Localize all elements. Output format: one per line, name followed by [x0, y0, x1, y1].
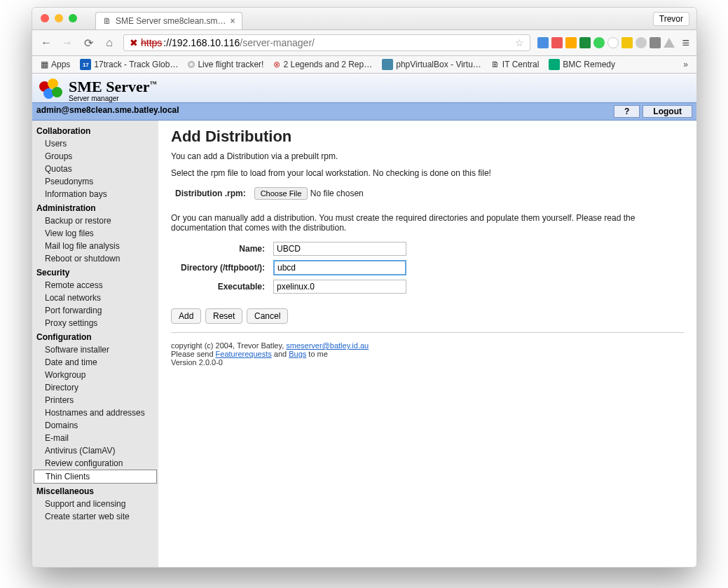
sidebar-item-create-starter-web-site[interactable]: Create starter web site: [32, 510, 158, 523]
main-panel: Add Distribution You can add a Distribut…: [158, 121, 696, 567]
help-button[interactable]: ?: [614, 105, 640, 118]
traffic-lights: [41, 14, 77, 22]
name-label: Name:: [171, 240, 269, 258]
window-titlebar: Trevor 🗎 SME Server sme8clean.sm… ×: [32, 8, 696, 30]
ext-drive-icon[interactable]: [664, 38, 675, 48]
sidebar-item-workgroup[interactable]: Workgroup: [32, 369, 158, 381]
sidebar-item-local-networks[interactable]: Local networks: [32, 292, 158, 304]
sidebar-item-information-bays[interactable]: Information bays: [32, 188, 158, 200]
reload-button[interactable]: ⟳: [81, 36, 95, 50]
browser-menu-button[interactable]: ≡: [682, 36, 689, 50]
sidebar-item-date-and-time[interactable]: Date and time: [32, 356, 158, 369]
url-scheme: https: [141, 37, 162, 48]
ext-green-icon[interactable]: [579, 37, 591, 48]
ext-dark-icon[interactable]: [650, 37, 661, 48]
sidebar-item-review-configuration[interactable]: Review configuration: [32, 457, 158, 470]
sidebar-item-pseudonyms[interactable]: Pseudonyms: [32, 175, 158, 188]
insecure-icon: ✖: [130, 37, 138, 48]
sidebar-item-groups[interactable]: Groups: [32, 150, 158, 163]
admin-bar: admin@sme8clean.sme.batley.local ? Logou…: [32, 102, 696, 121]
bookmark-phpvb[interactable]: phpVirtualBox - Virtu…: [382, 59, 481, 70]
sidebar-category: Security: [32, 265, 158, 279]
ext-yellow-icon[interactable]: [621, 37, 633, 48]
bookmark-legends[interactable]: ⊗ 2 Legends and 2 Rep…: [273, 60, 372, 69]
sidebar-item-backup-or-restore[interactable]: Backup or restore: [32, 214, 158, 227]
sidebar-item-domains[interactable]: Domains: [32, 419, 158, 432]
tab-title: SME Server sme8clean.sm…: [116, 16, 226, 26]
ext-white-icon[interactable]: [607, 37, 619, 48]
minimize-window-icon[interactable]: [55, 14, 63, 22]
ext-chat-icon[interactable]: [593, 37, 605, 48]
cancel-button[interactable]: Cancel: [247, 308, 288, 324]
reset-button[interactable]: Reset: [205, 308, 242, 324]
sidebar-item-view-log-files[interactable]: View log files: [32, 227, 158, 240]
bookmark-itcentral[interactable]: 🗎 IT Central: [491, 60, 539, 69]
url-host: ://192.168.10.116: [163, 37, 240, 48]
forward-button[interactable]: →: [60, 36, 74, 49]
intro-1: You can add a Distribution via a prebuil…: [171, 151, 684, 161]
intro-3: Or you can manually add a distribution. …: [171, 213, 684, 233]
sidebar-category: Configuration: [32, 329, 158, 343]
directory-label: Directory (/tftpboot/):: [171, 258, 269, 278]
sidebar-item-quotas[interactable]: Quotas: [32, 163, 158, 175]
sidebar-item-software-installer[interactable]: Software installer: [32, 343, 158, 356]
sidebar-item-mail-log-file-analysis[interactable]: Mail log file analysis: [32, 240, 158, 252]
close-window-icon[interactable]: [41, 14, 49, 22]
url-path: /server-manager/: [240, 37, 315, 48]
toolbar: ← → ⟳ ⌂ ✖ https ://192.168.10.116 /serve…: [32, 30, 696, 56]
brand-subtitle: Server manager: [69, 95, 156, 102]
address-bar[interactable]: ✖ https ://192.168.10.116 /server-manage…: [123, 34, 530, 51]
bugs-link[interactable]: Bugs: [289, 350, 306, 358]
name-input[interactable]: [273, 242, 406, 256]
sidebar: CollaborationUsersGroupsQuotasPseudonyms…: [32, 121, 158, 567]
directory-input[interactable]: [273, 260, 406, 275]
bookmark-apps[interactable]: ▦ Apps: [41, 60, 70, 69]
bookmarks-overflow[interactable]: »: [683, 60, 688, 69]
sidebar-item-e-mail[interactable]: E-mail: [32, 432, 158, 444]
extension-icons: [537, 37, 675, 48]
browser-tab[interactable]: 🗎 SME Server sme8clean.sm… ×: [95, 12, 242, 29]
footer-email-link[interactable]: smeserver@batley.id.au: [286, 341, 369, 350]
sidebar-item-proxy-settings[interactable]: Proxy settings: [32, 317, 158, 329]
ext-grey-icon[interactable]: [636, 37, 647, 48]
add-button[interactable]: Add: [171, 308, 201, 324]
star-icon[interactable]: ☆: [515, 37, 524, 48]
executable-label: Executable:: [171, 278, 269, 296]
sidebar-category: Administration: [32, 200, 158, 214]
sidebar-category: Miscellaneous: [32, 484, 158, 498]
sidebar-category: Collaboration: [32, 123, 158, 137]
sidebar-item-antivirus-clamav-[interactable]: Antivirus (ClamAV): [32, 444, 158, 457]
sidebar-item-support-and-licensing[interactable]: Support and licensing: [32, 498, 158, 510]
sidebar-item-port-forwarding[interactable]: Port forwarding: [32, 304, 158, 317]
sidebar-item-directory[interactable]: Directory: [32, 381, 158, 394]
sidebar-item-hostnames-and-addresses[interactable]: Hostnames and addresses: [32, 406, 158, 419]
page-title: Add Distribution: [171, 128, 684, 146]
sidebar-item-users[interactable]: Users: [32, 137, 158, 150]
bookmark-flight[interactable]: Live flight tracker!: [188, 60, 263, 69]
page-header: SME Server™ Server manager: [32, 74, 696, 102]
zoom-window-icon[interactable]: [69, 14, 77, 22]
sidebar-item-reboot-or-shutdown[interactable]: Reboot or shutdown: [32, 252, 158, 265]
no-file-text: No file chosen: [310, 189, 364, 198]
bookmarks-bar: ▦ Apps 17 17track - Track Glob… Live fli…: [32, 56, 696, 74]
ext-orange-icon[interactable]: [565, 37, 577, 48]
bookmark-bmc[interactable]: BMC Remedy: [549, 59, 615, 70]
ext-red-icon[interactable]: [551, 37, 563, 48]
sidebar-item-thin-clients[interactable]: Thin Clients: [34, 470, 157, 484]
logout-button[interactable]: Logout: [643, 105, 692, 118]
feature-requests-link[interactable]: Featurerequests: [216, 350, 272, 358]
choose-file-button[interactable]: Choose File: [254, 187, 308, 200]
sidebar-item-remote-access[interactable]: Remote access: [32, 279, 158, 292]
back-button[interactable]: ←: [39, 36, 53, 49]
sidebar-item-printers[interactable]: Printers: [32, 394, 158, 406]
rpm-label: Distribution .rpm:: [171, 185, 250, 202]
intro-2: Select the rpm file to load from your lo…: [171, 168, 684, 178]
close-tab-icon[interactable]: ×: [230, 16, 235, 26]
brand-title: SME Server™: [69, 78, 156, 95]
version-text: Version 2.0.0-0: [171, 358, 223, 367]
home-button[interactable]: ⌂: [102, 36, 116, 49]
executable-input[interactable]: [273, 280, 406, 294]
ext-translate-icon[interactable]: [537, 37, 549, 48]
user-chip[interactable]: Trevor: [653, 12, 689, 26]
bookmark-17track[interactable]: 17 17track - Track Glob…: [80, 59, 178, 70]
